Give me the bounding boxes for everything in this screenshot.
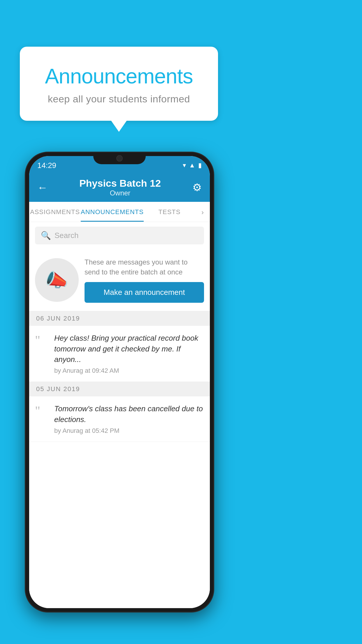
power-button [214, 240, 214, 272]
status-time: 14:29 [37, 161, 56, 170]
back-button[interactable]: ← [37, 181, 48, 194]
announcement-meta-2: by Anurag at 05:42 PM [54, 427, 204, 435]
megaphone-icon: 📣 [45, 269, 68, 291]
app-bar-center: Physics Batch 12 Owner [79, 178, 161, 197]
phone-screen: 14:29 ▾ ▲ ▮ ← Physics Batch 12 Owner ⚙ [29, 156, 210, 608]
batch-title: Physics Batch 12 [79, 178, 161, 189]
status-icons: ▾ ▲ ▮ [183, 162, 202, 169]
battery-icon: ▮ [198, 162, 202, 169]
tab-announcements[interactable]: ANNOUNCEMENTS [81, 202, 144, 222]
announcement-content-1: Hey class! Bring your practical record b… [54, 333, 204, 374]
volume-button [25, 228, 25, 252]
phone-frame: 14:29 ▾ ▲ ▮ ← Physics Batch 12 Owner ⚙ [25, 152, 214, 612]
quote-icon-2: " [35, 403, 50, 417]
phone-device: 14:29 ▾ ▲ ▮ ← Physics Batch 12 Owner ⚙ [25, 152, 214, 612]
announcement-content-2: Tomorrow's class has been cancelled due … [54, 403, 204, 435]
tab-tests[interactable]: TESTS [144, 202, 195, 222]
search-icon: 🔍 [41, 231, 51, 240]
tabs-bar: ASSIGNMENTS ANNOUNCEMENTS TESTS › [29, 202, 210, 222]
app-bar: ← Physics Batch 12 Owner ⚙ [29, 172, 210, 202]
search-bar[interactable]: 🔍 Search [35, 227, 204, 244]
promo-description: These are messages you want to send to t… [85, 257, 204, 277]
front-camera [116, 155, 123, 162]
phone-content: 🔍 Search 📣 These are messages you want t… [29, 222, 210, 608]
bubble-subtitle: keep all your students informed [31, 93, 206, 105]
announcement-item-2[interactable]: " Tomorrow's class has been cancelled du… [29, 396, 210, 442]
date-separator-2: 05 JUN 2019 [29, 382, 210, 396]
speech-bubble-card: Announcements keep all your students inf… [20, 47, 218, 121]
date-separator-1: 06 JUN 2019 [29, 311, 210, 326]
volume-up-button [214, 211, 214, 231]
announcement-meta-1: by Anurag at 09:42 AM [54, 367, 204, 374]
settings-button[interactable]: ⚙ [192, 181, 202, 194]
phone-notch [93, 153, 146, 164]
announcement-text-2: Tomorrow's class has been cancelled due … [54, 403, 204, 425]
promo-icon-circle: 📣 [35, 258, 79, 302]
search-input[interactable]: Search [55, 231, 78, 240]
speech-bubble: Announcements keep all your students inf… [20, 47, 218, 121]
batch-role: Owner [79, 189, 161, 197]
signal-icon: ▲ [189, 162, 195, 169]
make-announcement-button[interactable]: Make an announcement [85, 282, 204, 303]
promo-right: These are messages you want to send to t… [85, 257, 204, 303]
tab-assignments[interactable]: ASSIGNMENTS [29, 202, 81, 222]
tab-more-button[interactable]: › [195, 202, 210, 222]
bubble-title: Announcements [31, 64, 206, 88]
announcement-text-1: Hey class! Bring your practical record b… [54, 333, 204, 365]
search-container: 🔍 Search [29, 222, 210, 249]
wifi-icon: ▾ [183, 162, 186, 169]
quote-icon-1: " [35, 333, 50, 347]
announcement-promo: 📣 These are messages you want to send to… [29, 249, 210, 311]
announcement-item-1[interactable]: " Hey class! Bring your practical record… [29, 326, 210, 382]
